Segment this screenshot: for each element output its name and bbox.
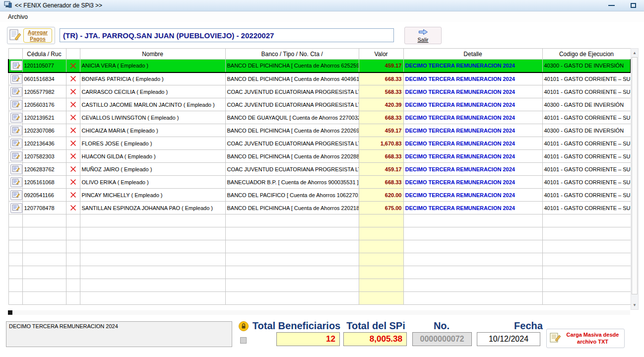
edit-row-button[interactable] xyxy=(10,177,22,187)
vertical-scrollbar[interactable]: ▲ ▼ xyxy=(631,48,639,310)
edit-row-button[interactable] xyxy=(10,74,22,84)
delete-row-icon[interactable] xyxy=(68,111,78,124)
table-row[interactable]: 1207708478SANTILLAN ESPINOZA JOHANNA PAO… xyxy=(8,202,631,214)
table-row[interactable]: 0601516834BONIFAS PATRICIA ( Empleado )B… xyxy=(8,72,631,85)
banco-cell: COAC JUVENTUD ECUATORIANA PROGRESISTA LT… xyxy=(225,137,359,150)
detalle-cell: DECIMO TERCERA REMUNERACION 2024 xyxy=(403,60,542,72)
delete-row-icon[interactable] xyxy=(68,73,78,85)
table-row-empty xyxy=(8,279,631,292)
cedula-cell: 1201105077 xyxy=(22,60,66,72)
detalle-cell: DECIMO TERCERA REMUNERACION 2024 xyxy=(403,202,542,214)
detalle-column-header: Detalle xyxy=(403,49,542,60)
valor-cell: 459.17 xyxy=(359,163,403,176)
nombre-cell: ANICIA VERA ( Empleado ) xyxy=(80,60,225,72)
table-row-empty xyxy=(8,227,631,240)
delete-row-icon[interactable] xyxy=(68,137,78,149)
fecha-value[interactable]: 10/12/2024 xyxy=(477,332,540,346)
delete-row-icon[interactable] xyxy=(68,150,78,162)
minimize-button-icon[interactable] xyxy=(608,5,615,6)
codigo-cell: 40101 - GASTO CORRIENTE – SUELDOS xyxy=(542,189,631,202)
table-row-empty xyxy=(8,253,631,266)
nombre-cell: CHICAIZA MARIA ( Empleado ) xyxy=(80,124,225,137)
banco-cell: COAC JUVENTUD ECUATORIANA PROGRESISTA LT… xyxy=(225,85,359,98)
cedula-column-header: Cédula / Ruc xyxy=(22,49,66,60)
banco-cell: BANECUADOR B.P. [ Cuenta de Ahorros 9000… xyxy=(225,176,359,189)
detalle-cell: DECIMO TERCERA REMUNERACION 2024 xyxy=(403,189,542,202)
menu-item-archivo[interactable]: Archivo xyxy=(5,12,31,21)
window-title: << FENIX Generador de SPi3 >> xyxy=(15,2,102,9)
banco-cell: COAC JUVENTUD ECUATORIANA PROGRESISTA LT… xyxy=(225,163,359,176)
edit-row-button[interactable] xyxy=(10,151,22,161)
horizontal-scrollbar[interactable] xyxy=(8,310,630,315)
valor-cell: 668.33 xyxy=(359,111,403,124)
edit-row-button[interactable] xyxy=(10,87,22,97)
nombre-cell: PINCAY MICHELLY ( Empleado ) xyxy=(80,189,225,202)
horizontal-scrollbar-thumb[interactable] xyxy=(8,310,12,315)
codigo-cell: 40101 - GASTO CORRIENTE – SUELDOS xyxy=(542,163,631,176)
detalle-cell: DECIMO TERCERA REMUNERACION 2024 xyxy=(403,85,542,98)
total-spi-label: Total del SPi xyxy=(342,320,409,332)
delete-row-icon[interactable] xyxy=(68,163,78,175)
scroll-down-icon[interactable]: ▼ xyxy=(631,301,638,309)
table-row-empty xyxy=(8,240,631,253)
agregar-pagos-label: Agregar Pagos xyxy=(23,28,52,43)
delete-row-icon[interactable] xyxy=(68,60,78,72)
maximize-button-icon[interactable] xyxy=(631,3,636,8)
cedula-cell: 1205603176 xyxy=(22,98,66,111)
table-row[interactable]: 1205603176CASTILLO JACOME MARLON JACINTO… xyxy=(8,98,631,111)
codigo-cell: 40300 - GASTO DE INVERSIÓN xyxy=(542,60,631,72)
edit-row-button[interactable] xyxy=(10,61,22,71)
salir-button[interactable]: Salir xyxy=(404,27,442,44)
edit-column-header xyxy=(8,49,22,60)
cedula-cell: 1205577982 xyxy=(22,85,66,98)
referencia-label: No. Referencia xyxy=(407,320,476,332)
scroll-up-icon[interactable]: ▲ xyxy=(631,49,638,57)
cedula-cell: 0920541166 xyxy=(22,189,66,202)
edit-row-button[interactable] xyxy=(10,100,22,110)
vertical-scrollbar-thumb[interactable] xyxy=(632,57,638,294)
nombre-cell: CASTILLO JACOME MARLON JACINTO ( Emplead… xyxy=(80,98,225,111)
delete-row-icon[interactable] xyxy=(68,202,78,214)
valor-cell: 668.33 xyxy=(359,150,403,163)
edit-row-button[interactable] xyxy=(10,190,22,200)
detalle-cell: DECIMO TERCERA REMUNERACION 2024 xyxy=(403,72,542,85)
agregar-pagos-button[interactable]: Agregar Pagos xyxy=(7,27,55,44)
delete-row-icon[interactable] xyxy=(68,85,78,98)
title-bar: << FENIX Generador de SPi3 >> xyxy=(0,0,644,11)
cedula-cell: 1206283762 xyxy=(22,163,66,176)
detalle-textarea[interactable]: DECIMO TERCERA REMUNERACION 2024 xyxy=(6,321,232,347)
table-row[interactable]: 1206283762MUÑOZ JAIRO ( Empleado )COAC J… xyxy=(8,163,631,176)
table-row[interactable]: 1205577982CARRASCO CECILIA ( Empleado )C… xyxy=(8,85,631,98)
valor-cell: 568.33 xyxy=(359,85,403,98)
referencia-value: 0000000072 xyxy=(412,332,472,346)
edit-row-button[interactable] xyxy=(10,126,22,136)
banco-cell: BANCO DEL PICHINCHA [ Cuenta de Ahorros … xyxy=(225,72,359,85)
cedula-cell: 1207708478 xyxy=(22,202,66,214)
cedula-cell: 1202139521 xyxy=(22,111,66,124)
delete-row-icon[interactable] xyxy=(68,98,78,111)
delete-row-icon[interactable] xyxy=(68,124,78,137)
table-row[interactable]: 1201105077ANICIA VERA ( Empleado )BANCO … xyxy=(8,60,631,72)
table-row[interactable]: 1202139521CEVALLOS LIWINSGTON ( Empleado… xyxy=(8,111,631,124)
nombre-cell: SANTILLAN ESPINOZA JOHANNA PAO ( Emplead… xyxy=(80,202,225,214)
banco-cell: BANCO DEL PICHINCHA [ Cuenta de Ahorros … xyxy=(225,124,359,137)
edit-row-button[interactable] xyxy=(10,113,22,123)
table-row[interactable]: 1202136436FLORES JOSE ( Empleado )COAC J… xyxy=(8,137,631,150)
table-row[interactable]: 1205161068OLIVO ERIKA ( Empleado )BANECU… xyxy=(8,176,631,189)
entity-title-field[interactable] xyxy=(60,28,394,42)
valor-cell: 459.17 xyxy=(359,124,403,137)
edit-row-button[interactable] xyxy=(10,203,22,213)
edit-row-button[interactable] xyxy=(10,139,22,148)
table-row[interactable]: 1207582303HUACON GILDA ( Empleado )BANCO… xyxy=(8,150,631,163)
table-row[interactable]: 1202307086CHICAIZA MARIA ( Empleado )BAN… xyxy=(8,124,631,137)
carga-masiva-label: Carga Masiva desde archivo TXT xyxy=(564,332,622,346)
detalle-cell: DECIMO TERCERA REMUNERACION 2024 xyxy=(403,124,542,137)
banco-column-header: Banco / Tipo / No. Cta / xyxy=(225,49,359,60)
valor-cell: 620.00 xyxy=(359,189,403,202)
delete-row-icon[interactable] xyxy=(68,189,78,201)
table-row[interactable]: 0920541166PINCAY MICHELLY ( Empleado )BA… xyxy=(8,189,631,202)
carga-masiva-button[interactable]: Carga Masiva desde archivo TXT xyxy=(546,329,625,348)
delete-row-icon[interactable] xyxy=(68,176,78,188)
nombre-cell: FLORES JOSE ( Empleado ) xyxy=(80,137,225,150)
edit-row-button[interactable] xyxy=(10,164,22,174)
